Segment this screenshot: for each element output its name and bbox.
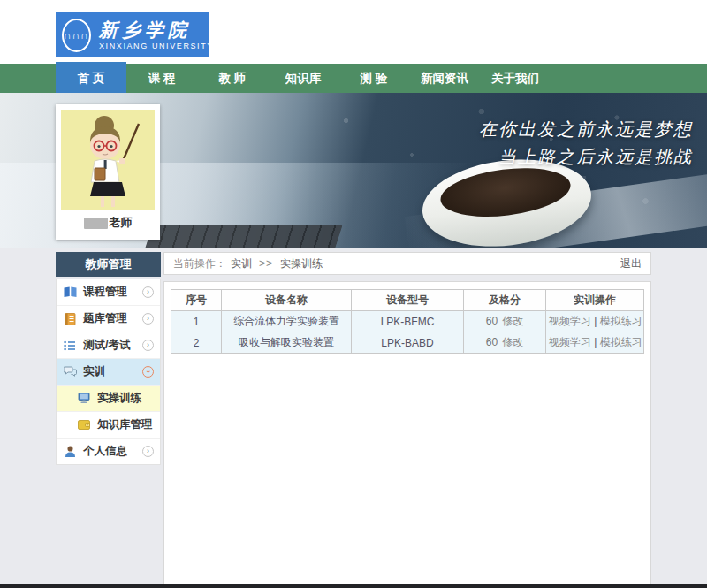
- teacher-name: 老师: [61, 215, 155, 231]
- cartoon-teacher-illustration: [61, 110, 155, 210]
- sidebar-menu: 课程管理 › 题库管理 › 测试/考试 ›: [56, 279, 161, 465]
- cell-pass-score: 60修改: [464, 311, 546, 332]
- pass-score-value: 60: [486, 336, 498, 348]
- nav-item-about[interactable]: 关于我们: [480, 64, 551, 93]
- nav-item-tests[interactable]: 测 验: [338, 64, 409, 93]
- footer-bar: [0, 584, 707, 588]
- teacher-avatar: [61, 110, 155, 210]
- video-study-link[interactable]: 视频学习: [549, 315, 591, 327]
- sidebar-item-practical-training[interactable]: 实训 ›: [57, 359, 160, 386]
- breadcrumb-current: 实操训练: [280, 256, 323, 271]
- sidebar-item-knowledge-base-management[interactable]: 知识库管理: [57, 412, 160, 439]
- sidebar: 教师管理 课程管理 › 题库管理 › 测试/考试: [56, 252, 161, 465]
- chat-icon: [63, 365, 77, 379]
- col-header-pass-score: 及格分: [464, 290, 546, 311]
- op-separator: |: [594, 315, 597, 327]
- seal-monogram: ∩∩∩: [64, 29, 89, 42]
- sidebar-item-practice-training[interactable]: 实操训练: [57, 386, 160, 412]
- censored-name-block: [84, 218, 108, 229]
- chevron-right-icon: ›: [142, 313, 154, 325]
- table-header-row: 序号 设备名称 设备型号 及格分 实训操作: [171, 290, 644, 311]
- wallet-icon: [77, 418, 91, 432]
- checklist-icon: [63, 339, 77, 353]
- banner-slogan: 在你出发之前永远是梦想 当上路之后永远是挑战: [479, 116, 693, 171]
- breadcrumb-prefix: 当前操作：: [173, 256, 226, 271]
- cell-model: LPK-BABD: [352, 332, 464, 354]
- cell-pass-score: 60修改: [464, 332, 546, 354]
- edit-link[interactable]: 修改: [502, 315, 523, 327]
- book-icon: [63, 286, 77, 300]
- cell-model: LPK-BFMC: [352, 311, 464, 332]
- sidebar-item-question-bank[interactable]: 题库管理 ›: [57, 306, 160, 332]
- col-header-device-name: 设备名称: [222, 290, 352, 311]
- pass-score-value: 60: [486, 315, 498, 327]
- cell-device-name: 综合流体力学实验装置: [222, 311, 352, 332]
- breadcrumb-bar: 当前操作： 实训 >> 实操训练 退出: [163, 252, 651, 275]
- col-header-model: 设备型号: [352, 290, 464, 311]
- notebook-icon: [63, 312, 77, 326]
- top-header: ∩∩∩ 新乡学院 XINXIANG UNIVERSITY: [0, 0, 707, 64]
- university-logo: ∩∩∩ 新乡学院 XINXIANG UNIVERSITY: [56, 12, 209, 57]
- table-row: 2 吸收与解吸实验装置 LPK-BABD 60修改 视频学习 | 模拟练习: [171, 332, 644, 354]
- table-row: 1 综合流体力学实验装置 LPK-BFMC 60修改 视频学习 | 模拟练习: [171, 311, 644, 332]
- slogan-line-1: 在你出发之前永远是梦想: [479, 116, 693, 143]
- equipment-panel: 序号 设备名称 设备型号 及格分 实训操作 1 综合流体力学实验装置 LPK-B…: [163, 281, 651, 584]
- nav-item-teachers[interactable]: 教 师: [197, 64, 268, 93]
- sidebar-item-course-management[interactable]: 课程管理 ›: [57, 279, 160, 306]
- nav-item-knowledge-base[interactable]: 知识库: [268, 64, 338, 93]
- op-separator: |: [594, 336, 597, 348]
- university-name-en: XINXIANG UNIVERSITY: [99, 42, 214, 50]
- cell-index: 2: [171, 332, 222, 354]
- sidebar-title: 教师管理: [56, 252, 161, 277]
- user-icon: [63, 445, 77, 459]
- breadcrumb-separator: >>: [259, 257, 273, 270]
- monitor-icon: [77, 392, 91, 406]
- chevron-right-icon: ›: [142, 286, 154, 298]
- sidebar-item-personal-info[interactable]: 个人信息 ›: [57, 439, 160, 464]
- col-header-operations: 实训操作: [546, 290, 644, 311]
- video-study-link[interactable]: 视频学习: [549, 336, 591, 348]
- slogan-line-2: 当上路之后永远是挑战: [479, 143, 693, 171]
- nav-item-courses[interactable]: 课 程: [126, 64, 197, 93]
- simulation-practice-link[interactable]: 模拟练习: [600, 315, 642, 327]
- cell-operations: 视频学习 | 模拟练习: [546, 332, 644, 354]
- main-column: 当前操作： 实训 >> 实操训练 退出 序号 设备名称 设备型号 及格分 实训操…: [163, 252, 651, 584]
- sidebar-item-tests-exams[interactable]: 测试/考试 ›: [57, 332, 160, 359]
- nav-item-home[interactable]: 首 页: [56, 62, 126, 93]
- equipment-table: 序号 设备名称 设备型号 及格分 实训操作 1 综合流体力学实验装置 LPK-B…: [171, 289, 644, 354]
- logo-text: 新乡学院 XINXIANG UNIVERSITY: [99, 20, 214, 50]
- main-navbar: 首 页 课 程 教 师 知识库 测 验 新闻资讯 关于我们: [0, 64, 707, 93]
- cell-device-name: 吸收与解吸实验装置: [222, 332, 352, 354]
- cell-index: 1: [171, 311, 222, 332]
- cell-operations: 视频学习 | 模拟练习: [546, 311, 644, 332]
- university-seal-icon: ∩∩∩: [62, 19, 91, 52]
- col-header-index: 序号: [171, 290, 222, 311]
- hero-banner: 在你出发之前永远是梦想 当上路之后永远是挑战: [0, 93, 707, 248]
- chevron-down-icon: ›: [142, 366, 154, 378]
- edit-link[interactable]: 修改: [502, 336, 523, 348]
- simulation-practice-link[interactable]: 模拟练习: [600, 336, 642, 348]
- logout-button[interactable]: 退出: [620, 256, 642, 271]
- breadcrumb-section: 实训: [231, 256, 252, 271]
- chevron-right-icon: ›: [142, 340, 154, 351]
- nav-item-news[interactable]: 新闻资讯: [409, 64, 480, 93]
- teacher-name-suffix: 老师: [110, 215, 133, 231]
- university-name-cn: 新乡学院: [99, 20, 214, 39]
- teacher-profile-card: 老师: [56, 104, 160, 240]
- content-area: 教师管理 课程管理 › 题库管理 › 测试/考试: [0, 252, 707, 584]
- chevron-right-icon: ›: [142, 446, 154, 457]
- keyboard-decoration: [144, 225, 343, 248]
